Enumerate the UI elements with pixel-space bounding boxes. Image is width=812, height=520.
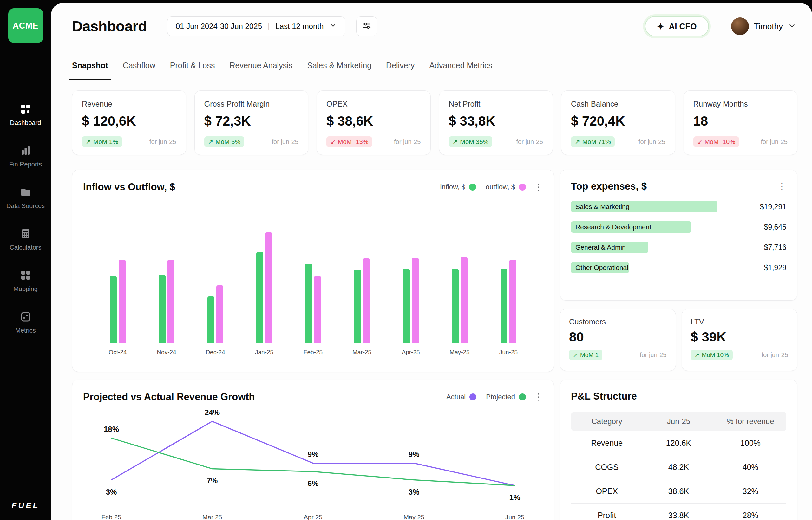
legend-label: Ptojected	[486, 393, 515, 401]
kpi-title: Gross Profit Margin	[204, 100, 299, 108]
bar-group	[159, 260, 174, 343]
sparkle-icon: ✦	[657, 21, 664, 32]
kebab-menu-icon[interactable]: ⋮	[534, 393, 543, 401]
sidebar-item-label: Mapping	[13, 285, 38, 293]
point-label: 7%	[207, 476, 218, 485]
sidebar-item-mapping[interactable]: Mapping	[2, 269, 49, 293]
kpi-value: $ 33,8K	[449, 113, 543, 129]
expense-row: Sales & Marketing $19,291	[571, 201, 786, 212]
sidebar-item-data-sources[interactable]: Data Sources	[2, 186, 49, 210]
pnl-value: 33.8K	[643, 511, 714, 520]
sidebar-nav: Dashboard Fin Reports Data Sources Calcu…	[2, 103, 49, 334]
expense-row: Research & Development $9,645	[571, 221, 786, 233]
table-row: OPEX 38.6K 32%	[571, 479, 786, 503]
inflow-bar	[305, 264, 312, 343]
trend-arrow-icon: ↗	[575, 138, 580, 146]
pnl-category: Revenue	[571, 439, 643, 448]
legend-outflow[interactable]: outflow, $	[486, 183, 526, 191]
sidebar-item-metrics[interactable]: Metrics	[2, 311, 49, 334]
sidebar-item-label: Metrics	[15, 327, 35, 334]
customers-card: Customers 80 ↗MoM 1 for jun-25	[560, 309, 676, 371]
chart-legend: inflow, $ outflow, $	[440, 183, 526, 191]
folder-icon	[20, 186, 31, 199]
chevron-down-icon	[329, 22, 337, 31]
tab-delivery[interactable]: Delivery	[386, 61, 414, 80]
line-chart-x-axis: Feb 25Mar 25Apr 25May 25Jun 25	[83, 514, 543, 520]
trend-arrow-icon: ↗	[573, 351, 578, 359]
kpi-title: Revenue	[82, 100, 176, 108]
date-range-selector[interactable]: 01 Jun 2024-30 Jun 2025 | Last 12 month	[167, 17, 346, 36]
pnl-category: OPEX	[571, 487, 643, 496]
bar-category-label: Jan-25	[249, 349, 280, 356]
expense-value: $1,929	[764, 263, 786, 272]
kebab-menu-icon[interactable]: ⋮	[534, 183, 543, 191]
point-label: 1%	[509, 493, 521, 502]
kpi-title: LTV	[691, 317, 789, 326]
tab-profit-loss[interactable]: Profit & Loss	[170, 61, 215, 80]
trend-arrow-icon: ↙	[697, 138, 703, 146]
header: Dashboard 01 Jun 2024-30 Jun 2025 | Last…	[51, 3, 812, 37]
point-label: 9%	[308, 450, 319, 459]
kpi-card-net-profit: Net Profit $ 33,8K ↗MoM 35% for jun-25	[439, 90, 553, 155]
inflow-bar	[159, 275, 166, 343]
ltv-card: LTV $ 39K ↗MoM 10% for jun-25	[682, 309, 798, 371]
bar-category-label: Jun-25	[493, 349, 524, 356]
ai-cfo-button[interactable]: ✦ AI CFO	[645, 16, 709, 36]
content: Revenue $ 120,6K ↗MoM 1% for jun-25 Gros…	[51, 80, 812, 520]
kpi-title: Customers	[569, 317, 667, 326]
kpi-period: for jun-25	[638, 138, 665, 146]
sidebar-item-label: Dashboard	[10, 119, 41, 127]
bar-group	[403, 258, 419, 343]
tab-cashflow[interactable]: Cashflow	[123, 61, 155, 80]
inflow-bar	[452, 269, 459, 343]
tab-bar: Snapshot Cashflow Profit & Loss Revenue …	[72, 61, 797, 80]
tab-advanced-metrics[interactable]: Advanced Metrics	[429, 61, 492, 80]
tab-snapshot[interactable]: Snapshot	[72, 61, 108, 80]
mom-value: MoM -13%	[338, 138, 369, 146]
kpi-period: for jun-25	[272, 138, 299, 146]
kpi-title: OPEX	[326, 100, 421, 108]
inflow-outflow-card: Inflow vs Outflow, $ inflow, $ outflow, …	[72, 170, 554, 372]
user-menu[interactable]: Timothy	[731, 18, 796, 35]
mom-badge: ↗MoM 35%	[449, 136, 492, 147]
mom-value: MoM 1	[580, 352, 599, 359]
kpi-period: for jun-25	[394, 138, 421, 146]
inflow-bar	[403, 269, 410, 343]
mom-value: MoM 35%	[460, 138, 488, 146]
sidebar-item-calculators[interactable]: Calculators	[2, 228, 49, 251]
kebab-menu-icon[interactable]: ⋮	[778, 182, 786, 191]
sidebar-item-label: Data Sources	[6, 202, 45, 210]
point-label: 3%	[106, 488, 117, 496]
point-label: 18%	[104, 425, 119, 434]
bar-category-label: Apr-25	[395, 349, 426, 356]
filter-settings-button[interactable]	[356, 17, 377, 36]
bar-category-label: May-25	[444, 349, 475, 356]
trend-arrow-icon: ↗	[695, 351, 700, 359]
chart-title: Projected vs Actual Revenue Growth	[83, 391, 255, 403]
sidebar-item-fin-reports[interactable]: Fin Reports	[2, 145, 49, 168]
pnl-percent: 100%	[715, 439, 786, 448]
kpi-period: for jun-25	[516, 138, 543, 146]
kpi-value: $ 38,6K	[326, 113, 421, 129]
inflow-bar	[354, 269, 361, 343]
outflow-bar	[509, 260, 516, 343]
legend-projected[interactable]: Ptojected	[486, 393, 526, 401]
legend-inflow[interactable]: inflow, $	[440, 183, 476, 191]
bar-category-label: Nov-24	[151, 349, 182, 356]
tab-sales-marketing[interactable]: Sales & Marketing	[307, 61, 372, 80]
calculator-icon	[20, 228, 31, 241]
tab-revenue-analysis[interactable]: Revenue Analysis	[229, 61, 293, 80]
x-axis-label: Jun 25	[501, 514, 529, 520]
sidebar-item-dashboard[interactable]: Dashboard	[2, 103, 49, 127]
mom-badge: ↙MoM -10%	[693, 136, 739, 147]
column-header: Jun-25	[643, 417, 714, 426]
legend-actual[interactable]: Actual	[446, 393, 476, 401]
kpi-value: $ 720,4K	[571, 113, 665, 129]
trend-arrow-icon: ↗	[453, 138, 458, 146]
outflow-bar	[412, 258, 419, 343]
point-label: 24%	[205, 408, 220, 417]
x-axis-label: Mar 25	[198, 514, 226, 520]
bar-chart	[83, 226, 543, 343]
pnl-value: 48.2K	[643, 463, 714, 472]
column-header: Category	[571, 417, 643, 426]
